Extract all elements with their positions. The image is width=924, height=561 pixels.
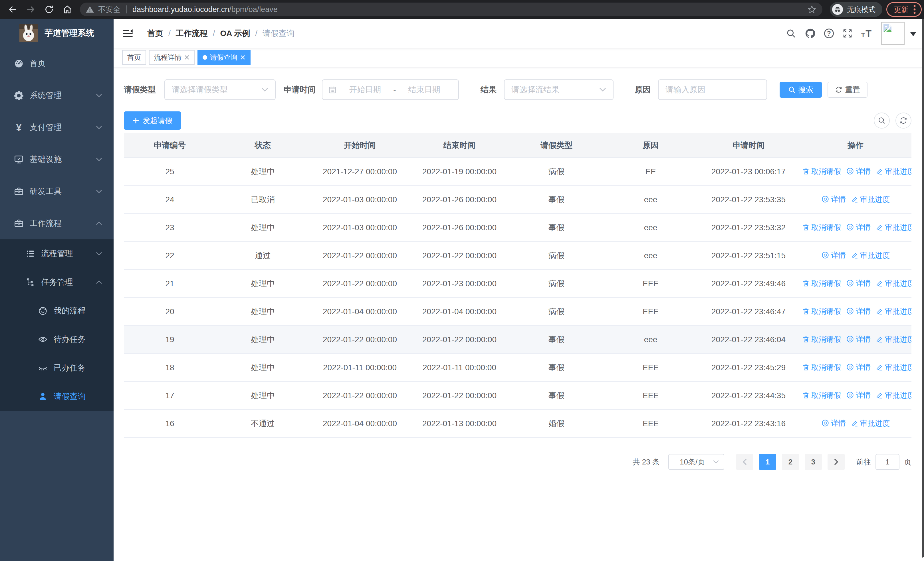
app-logo[interactable]: 芋道管理系统 xyxy=(0,19,114,47)
cancel-leave-link[interactable]: 取消请假 xyxy=(802,223,841,233)
cancel-leave-link[interactable]: 取消请假 xyxy=(802,391,841,400)
refresh-button[interactable] xyxy=(896,113,912,129)
detail-link[interactable]: 详情 xyxy=(846,390,871,400)
cell-actions: 取消请假详情审批进度 xyxy=(800,382,912,410)
progress-link[interactable]: 审批进度 xyxy=(876,167,912,176)
workflow-submenu: 流程管理 任务管理 我的流程 待办任务 xyxy=(0,239,114,411)
chevron-down-icon[interactable] xyxy=(910,32,916,39)
toolbar: 发起请假 xyxy=(124,111,912,130)
start-date-input[interactable]: 开始日期 xyxy=(349,84,381,95)
tab-home[interactable]: 首页 xyxy=(122,50,146,65)
cancel-leave-link[interactable]: 取消请假 xyxy=(802,334,841,344)
close-icon[interactable] xyxy=(184,55,189,60)
page-button-2[interactable]: 2 xyxy=(782,454,799,470)
help-icon[interactable]: ? xyxy=(824,29,834,38)
home-icon[interactable] xyxy=(58,0,76,18)
sidebar-item-process-mgmt[interactable]: 流程管理 xyxy=(0,239,114,268)
dashboard-icon xyxy=(14,58,24,69)
reset-button[interactable]: 重置 xyxy=(828,82,867,98)
sidebar-item-system[interactable]: 系统管理 xyxy=(0,80,114,111)
cell-status: 处理中 xyxy=(216,158,310,186)
tab-label: 请假查询 xyxy=(210,53,237,62)
tab-leave-query[interactable]: 请假查询 xyxy=(198,50,250,65)
breadcrumb-workflow[interactable]: 工作流程 xyxy=(176,28,208,39)
progress-link[interactable]: 审批进度 xyxy=(876,223,912,233)
goto-page-input[interactable]: 1 xyxy=(876,454,900,470)
progress-link[interactable]: 审批进度 xyxy=(876,391,912,400)
sidebar-item-label: 流程管理 xyxy=(41,248,96,259)
page-button-1[interactable]: 1 xyxy=(759,454,776,470)
github-icon[interactable] xyxy=(805,28,816,39)
bookmark-star-icon[interactable] xyxy=(807,5,817,14)
cancel-leave-link[interactable]: 取消请假 xyxy=(802,307,841,316)
sidebar-item-infra[interactable]: 基础设施 xyxy=(0,143,114,175)
table-row: 25处理中2021-12-27 00:00:002022-01-19 00:00… xyxy=(124,158,912,186)
progress-link[interactable]: 审批进度 xyxy=(876,278,912,289)
show-search-button[interactable] xyxy=(874,113,890,129)
reason-input[interactable]: 请输入原因 xyxy=(658,80,767,100)
col-type: 请假类型 xyxy=(509,133,604,158)
sidebar-item-payment[interactable]: ¥ 支付管理 xyxy=(0,111,114,143)
address-bar[interactable]: 不安全 dashboard.yudao.iocoder.cn/bpm/oa/le… xyxy=(80,3,822,16)
detail-link[interactable]: 详情 xyxy=(821,250,846,260)
progress-link[interactable]: 审批进度 xyxy=(876,334,912,344)
progress-link[interactable]: 审批进度 xyxy=(851,418,890,429)
breadcrumb-oa[interactable]: OA 示例 xyxy=(220,28,250,39)
progress-link[interactable]: 审批进度 xyxy=(876,362,912,373)
detail-link[interactable]: 详情 xyxy=(846,222,871,232)
sidebar-item-workflow[interactable]: 工作流程 xyxy=(0,208,114,239)
hamburger-icon[interactable] xyxy=(122,28,134,39)
next-page-button[interactable] xyxy=(828,454,844,470)
sidebar-item-todo-tasks[interactable]: 待办任务 xyxy=(0,325,114,353)
cell-id: 18 xyxy=(124,353,216,382)
col-id: 申请编号 xyxy=(124,133,216,158)
placeholder: 请选择请假类型 xyxy=(172,84,261,95)
avatar[interactable] xyxy=(881,22,904,45)
sidebar-item-leave-query[interactable]: 请假查询 xyxy=(0,382,114,411)
cancel-leave-link[interactable]: 取消请假 xyxy=(802,362,841,373)
cell-type: 事假 xyxy=(509,214,604,242)
sidebar-item-my-process[interactable]: 我的流程 xyxy=(0,296,114,325)
search-icon[interactable] xyxy=(786,28,796,39)
incognito-badge: 无痕模式 xyxy=(830,2,882,17)
progress-link[interactable]: 审批进度 xyxy=(851,194,890,205)
cancel-leave-link[interactable]: 取消请假 xyxy=(802,167,841,176)
back-icon[interactable] xyxy=(3,0,22,18)
detail-link[interactable]: 详情 xyxy=(821,194,846,204)
pen-icon xyxy=(876,364,883,371)
detail-link[interactable]: 详情 xyxy=(846,166,871,176)
create-leave-button[interactable]: 发起请假 xyxy=(124,111,181,130)
cell-end: 2022-01-13 00:00:00 xyxy=(410,410,509,438)
sidebar-item-done-tasks[interactable]: 已办任务 xyxy=(0,353,114,382)
update-button[interactable]: 更新 xyxy=(886,2,922,17)
detail-link[interactable]: 详情 xyxy=(846,306,871,316)
prev-page-button[interactable] xyxy=(736,454,753,470)
pen-icon xyxy=(876,280,883,287)
end-date-input[interactable]: 结束日期 xyxy=(408,84,440,95)
sidebar-item-home[interactable]: 首页 xyxy=(0,47,114,80)
close-icon[interactable] xyxy=(240,55,245,60)
font-size-icon[interactable]: TT xyxy=(861,29,872,38)
detail-link[interactable]: 详情 xyxy=(846,334,871,344)
progress-link[interactable]: 审批进度 xyxy=(851,251,890,260)
page-size-select[interactable]: 10条/页 xyxy=(668,454,724,470)
leave-type-select[interactable]: 请选择请假类型 xyxy=(164,80,276,100)
page-button-3[interactable]: 3 xyxy=(805,454,822,470)
fullscreen-icon[interactable] xyxy=(842,28,853,39)
forward-icon[interactable] xyxy=(22,0,40,18)
detail-link[interactable]: 详情 xyxy=(846,278,871,288)
tab-process-detail[interactable]: 流程详情 xyxy=(149,50,195,65)
search-button[interactable]: 搜索 xyxy=(780,82,822,98)
sidebar-item-task-mgmt[interactable]: 任务管理 xyxy=(0,268,114,296)
progress-link[interactable]: 审批进度 xyxy=(876,307,912,316)
cancel-leave-link[interactable]: 取消请假 xyxy=(802,278,841,289)
reload-icon[interactable] xyxy=(40,0,58,18)
detail-link[interactable]: 详情 xyxy=(846,362,871,372)
cell-apply: 2022-01-22 23:51:15 xyxy=(698,242,800,270)
col-status: 状态 xyxy=(216,133,310,158)
date-range-picker[interactable]: 开始日期 - 结束日期 xyxy=(322,80,459,100)
breadcrumb-home[interactable]: 首页 xyxy=(147,28,163,39)
detail-link[interactable]: 详情 xyxy=(821,418,846,428)
sidebar-item-devtools[interactable]: 研发工具 xyxy=(0,175,114,208)
result-select[interactable]: 请选择流结果 xyxy=(504,80,614,100)
